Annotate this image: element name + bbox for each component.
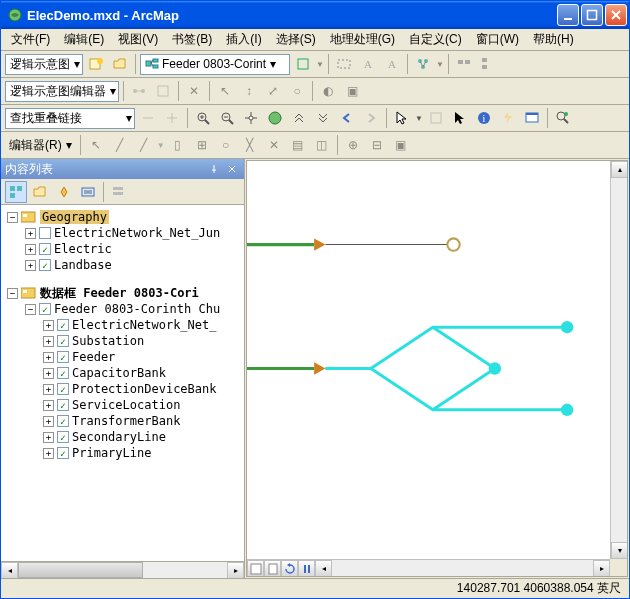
next-extent-button[interactable] — [360, 107, 382, 129]
editor-btn-3[interactable]: ✕ — [183, 80, 205, 102]
editor-btn-4[interactable]: ↖ — [214, 80, 236, 102]
menu-geoprocessing[interactable]: 地理处理(G) — [324, 29, 401, 50]
v-scrollbar[interactable]: ▴ ▾ — [610, 161, 627, 559]
fixed-zoom-out-button[interactable] — [312, 107, 334, 129]
expand-icon[interactable]: + — [25, 244, 36, 255]
scroll-left-button[interactable]: ◂ — [315, 560, 332, 577]
pan-button[interactable] — [240, 107, 262, 129]
edit-btn-2[interactable]: ╱ — [109, 134, 131, 156]
menu-selection[interactable]: 选择(S) — [270, 29, 322, 50]
find-btn-2[interactable] — [161, 107, 183, 129]
expand-icon[interactable]: + — [43, 352, 54, 363]
expand-icon[interactable]: + — [25, 228, 36, 239]
tree-label[interactable]: SecondaryLine — [72, 430, 166, 444]
view-data-button[interactable] — [247, 560, 264, 577]
scroll-down-button[interactable]: ▾ — [611, 542, 628, 559]
toc-tree[interactable]: − Geography + ElectricNetwork_Net_Jun + … — [1, 205, 244, 561]
tree-layer[interactable]: +✓ProtectionDeviceBank — [3, 381, 242, 397]
edit-btn-1[interactable]: ↖ — [85, 134, 107, 156]
expand-icon[interactable]: + — [43, 448, 54, 459]
fixed-zoom-in-button[interactable] — [288, 107, 310, 129]
editing-dropdown[interactable]: 编辑器(R) ▾ — [5, 135, 76, 156]
editor-btn-7[interactable]: ○ — [286, 80, 308, 102]
options-button[interactable] — [108, 181, 130, 203]
feeder-dropdown[interactable]: Feeder 0803-Corint ▾ — [140, 54, 290, 75]
editor-btn-9[interactable]: ▣ — [341, 80, 363, 102]
menu-insert[interactable]: 插入(I) — [220, 29, 267, 50]
list-by-selection-button[interactable] — [77, 181, 99, 203]
tree-layer[interactable]: +✓TransformerBank — [3, 413, 242, 429]
menu-help[interactable]: 帮助(H) — [527, 29, 580, 50]
checkbox[interactable]: ✓ — [57, 399, 69, 411]
checkbox[interactable]: ✓ — [57, 447, 69, 459]
toc-h-scrollbar[interactable]: ◂ ▸ — [1, 561, 244, 578]
checkbox[interactable]: ✓ — [57, 383, 69, 395]
tree-label[interactable]: ElectricNetwork_Net_ — [72, 318, 217, 332]
checkbox[interactable]: ✓ — [57, 335, 69, 347]
find-overlap-dropdown[interactable]: 查找重叠链接 ▾ — [5, 108, 135, 129]
scroll-right-button[interactable]: ▸ — [227, 562, 244, 579]
scroll-up-button[interactable]: ▴ — [611, 161, 628, 178]
edit-btn-12[interactable]: ⊟ — [366, 134, 388, 156]
checkbox[interactable]: ✓ — [57, 351, 69, 363]
collapse-icon[interactable]: − — [7, 288, 18, 299]
tree-layer[interactable]: + ✓ Electric — [3, 241, 242, 257]
open-diagram-button[interactable] — [109, 53, 131, 75]
h-scrollbar[interactable]: ◂ ▸ — [247, 559, 610, 576]
close-panel-button[interactable] — [224, 161, 240, 177]
tb-btn-3[interactable]: A — [357, 53, 379, 75]
tb-btn-5[interactable] — [412, 53, 434, 75]
checkbox[interactable] — [39, 227, 51, 239]
tree-label[interactable]: Geography — [40, 210, 109, 224]
expand-icon[interactable]: + — [43, 384, 54, 395]
html-popup-button[interactable] — [521, 107, 543, 129]
edit-btn-11[interactable]: ⊕ — [342, 134, 364, 156]
tree-layer[interactable]: + ElectricNetwork_Net_Jun — [3, 225, 242, 241]
tree-layer[interactable]: +✓CapacitorBank — [3, 365, 242, 381]
list-by-source-button[interactable] — [29, 181, 51, 203]
edit-btn-8[interactable]: ✕ — [263, 134, 285, 156]
edit-btn-10[interactable]: ◫ — [311, 134, 333, 156]
list-by-drawing-button[interactable] — [5, 181, 27, 203]
checkbox[interactable]: ✓ — [39, 243, 51, 255]
diagram-type-dropdown[interactable]: 逻辑示意图 ▾ — [5, 54, 83, 75]
editor-btn-5[interactable]: ↕ — [238, 80, 260, 102]
scroll-left-button[interactable]: ◂ — [1, 562, 18, 579]
menu-view[interactable]: 视图(V) — [112, 29, 164, 50]
tree-label[interactable]: ServiceLocation — [72, 398, 180, 412]
edit-btn-6[interactable]: ○ — [215, 134, 237, 156]
expand-icon[interactable]: + — [43, 432, 54, 443]
pause-button[interactable] — [298, 560, 315, 577]
new-diagram-button[interactable] — [85, 53, 107, 75]
checkbox[interactable]: ✓ — [39, 303, 51, 315]
tree-layer[interactable]: − ✓ Feeder 0803-Corinth Chu — [3, 301, 242, 317]
tree-label[interactable]: Feeder — [72, 350, 115, 364]
expand-icon[interactable]: + — [43, 400, 54, 411]
refresh-button[interactable] — [281, 560, 298, 577]
expand-icon[interactable]: + — [43, 320, 54, 331]
tree-label[interactable]: PrimaryLine — [72, 446, 151, 460]
tb-btn-4[interactable]: A — [381, 53, 403, 75]
edit-btn-5[interactable]: ⊞ — [191, 134, 213, 156]
tree-label[interactable]: Landbase — [54, 258, 112, 272]
tree-layer[interactable]: +✓ServiceLocation — [3, 397, 242, 413]
editor-btn-6[interactable]: ⤢ — [262, 80, 284, 102]
find-button[interactable] — [552, 107, 574, 129]
tb-btn-6[interactable] — [453, 53, 475, 75]
edit-btn-3[interactable]: ╱ — [133, 134, 155, 156]
checkbox[interactable]: ✓ — [39, 259, 51, 271]
view-layout-button[interactable] — [264, 560, 281, 577]
list-by-visibility-button[interactable] — [53, 181, 75, 203]
tree-group[interactable]: − 数据框 Feeder 0803-Cori — [3, 285, 242, 301]
select-button[interactable] — [391, 107, 413, 129]
pin-icon[interactable] — [206, 161, 222, 177]
find-btn-1[interactable] — [137, 107, 159, 129]
hyperlink-button[interactable] — [497, 107, 519, 129]
edit-btn-4[interactable]: ▯ — [167, 134, 189, 156]
menu-edit[interactable]: 编辑(E) — [58, 29, 110, 50]
collapse-icon[interactable]: − — [7, 212, 18, 223]
tree-layer[interactable]: + ✓ Landbase — [3, 257, 242, 273]
clear-selection-button[interactable] — [425, 107, 447, 129]
edit-btn-7[interactable]: ╳ — [239, 134, 261, 156]
collapse-icon[interactable]: − — [25, 304, 36, 315]
